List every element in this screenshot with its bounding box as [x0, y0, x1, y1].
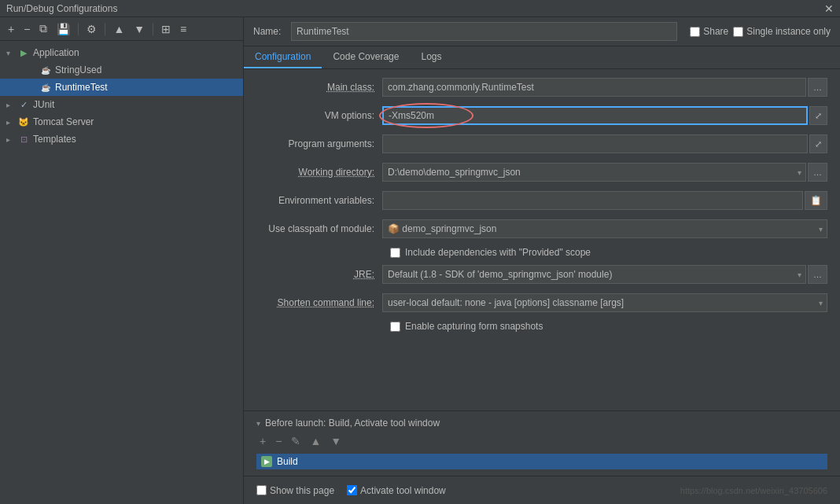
sidebar-item-tomcat[interactable]: ▸ 🐱 Tomcat Server: [0, 113, 243, 131]
before-launch-toolbar: + − ✎ ▲ ▼: [256, 433, 827, 449]
show-page-label: Show this page: [270, 485, 334, 496]
share-checkbox-label[interactable]: Share: [690, 26, 728, 37]
app-icon: ▶: [17, 46, 30, 59]
save-config-button[interactable]: 💾: [53, 21, 73, 37]
sidebar-item-label: Application: [33, 47, 79, 58]
jre-group: Default (1.8 - SDK of 'demo_springmvc_js…: [382, 265, 827, 284]
tab-configuration[interactable]: Configuration: [244, 46, 322, 68]
single-instance-checkbox[interactable]: [733, 27, 743, 37]
shorten-cmd-label: Shorten command line:: [256, 297, 382, 308]
show-page-checkbox[interactable]: [256, 485, 267, 495]
bl-remove-button[interactable]: −: [272, 433, 285, 449]
bottom-checks: Show this page Activate tool window: [256, 485, 446, 496]
build-label: Build: [277, 456, 298, 467]
class-icon: ☕: [39, 64, 52, 76]
sidebar-item-application[interactable]: ▾ ▶ Application: [0, 44, 243, 61]
config-content: Main class: … VM options: ⤢ Program argu…: [244, 69, 840, 410]
shorten-cmd-row: Shorten command line: user-local default…: [256, 292, 827, 313]
working-dir-select[interactable]: D:\demo\demo_springmvc_json: [382, 163, 806, 182]
working-dir-row: Working directory: D:\demo\demo_springmv…: [256, 162, 827, 182]
move-up-button[interactable]: ▲: [110, 21, 127, 37]
program-args-expand-button[interactable]: ⤢: [809, 134, 827, 153]
env-vars-group: 📋: [382, 191, 827, 210]
vm-options-row: VM options: ⤢: [256, 105, 827, 126]
env-vars-input[interactable]: [382, 191, 803, 210]
share-checkbox[interactable]: [690, 27, 700, 37]
bottom-bar: Show this page Activate tool window http…: [244, 476, 840, 504]
move-down-button[interactable]: ▼: [131, 21, 148, 37]
vm-options-expand-button[interactable]: ⤢: [809, 106, 827, 125]
title-bar: Run/Debug Configurations ✕: [0, 0, 840, 17]
program-args-row: Program arguments: ⤢: [256, 134, 827, 154]
classpath-select[interactable]: 📦 demo_springmvc_json: [382, 219, 827, 238]
classpath-row: Use classpath of module: 📦 demo_springmv…: [256, 219, 827, 239]
collapse-icon[interactable]: ▾: [256, 419, 260, 428]
bl-edit-button[interactable]: ✎: [288, 433, 304, 449]
main-class-row: Main class: …: [256, 77, 827, 97]
activate-tool-window-checkbox[interactable]: [347, 485, 357, 495]
bl-add-button[interactable]: +: [256, 433, 269, 449]
sidebar-item-stringused[interactable]: ☕ StringUsed: [0, 61, 243, 79]
menu-button[interactable]: ≡: [177, 21, 190, 37]
activate-tool-window-checkbox-label[interactable]: Activate tool window: [347, 485, 446, 496]
vm-options-label: VM options:: [256, 110, 382, 121]
sidebar-item-label: JUnit: [33, 99, 54, 110]
sidebar-toolbar: + − ⧉ 💾 ⚙ ▲ ▼ ⊞ ≡: [0, 17, 243, 41]
tab-code-coverage[interactable]: Code Coverage: [322, 46, 410, 68]
settings-config-button[interactable]: ⚙: [83, 21, 100, 37]
main-class-label: Main class:: [256, 82, 382, 93]
enable-capturing-checkbox[interactable]: [390, 322, 400, 332]
template-icon: ⊡: [17, 133, 30, 145]
remove-config-button[interactable]: −: [20, 21, 33, 37]
env-vars-browse-button[interactable]: 📋: [805, 191, 827, 210]
tab-logs[interactable]: Logs: [410, 46, 452, 68]
close-icon[interactable]: ✕: [824, 2, 834, 15]
working-dir-label: Working directory:: [256, 167, 382, 178]
copy-config-button[interactable]: ⧉: [36, 20, 50, 37]
tree-container: ▾ ▶ Application ☕ StringUsed ☕ RuntimeTe…: [0, 41, 243, 504]
add-config-button[interactable]: +: [5, 21, 17, 37]
working-dir-browse-button[interactable]: …: [808, 163, 827, 182]
share-label: Share: [703, 26, 728, 37]
single-instance-label: Single instance only: [746, 26, 831, 37]
sidebar-item-label: Templates: [33, 134, 76, 145]
sidebar-item-label: Tomcat Server: [33, 116, 94, 127]
vm-options-input[interactable]: [382, 106, 808, 125]
classpath-label: Use classpath of module:: [256, 223, 382, 234]
build-item[interactable]: ▶ Build: [256, 454, 827, 469]
name-input[interactable]: [291, 22, 677, 41]
jre-browse-button[interactable]: …: [808, 265, 827, 284]
include-deps-row: Include dependencies with "Provided" sco…: [390, 247, 827, 258]
before-launch-section: ▾ Before launch: Build, Activate tool wi…: [244, 410, 840, 476]
expand-icon: ▾: [6, 49, 17, 57]
show-page-checkbox-label[interactable]: Show this page: [256, 485, 334, 496]
bl-up-button[interactable]: ▲: [307, 433, 324, 449]
expand-icon: ▸: [6, 101, 17, 109]
main-class-browse-button[interactable]: …: [808, 78, 827, 97]
include-deps-checkbox[interactable]: [390, 248, 400, 258]
sidebar-item-label: RuntimeTest: [55, 82, 108, 93]
jre-row: JRE: Default (1.8 - SDK of 'demo_springm…: [256, 264, 827, 285]
program-args-input[interactable]: [382, 134, 808, 153]
tabs-bar: Configuration Code Coverage Logs: [244, 46, 840, 69]
working-dir-group: D:\demo\demo_springmvc_json …: [382, 163, 827, 182]
shorten-cmd-select[interactable]: user-local default: none - java [options…: [382, 293, 827, 312]
sort-button[interactable]: ⊞: [158, 21, 174, 37]
sidebar-item-templates[interactable]: ▸ ⊡ Templates: [0, 131, 243, 148]
sidebar-item-junit[interactable]: ▸ ✓ JUnit: [0, 96, 243, 113]
sidebar-item-label: StringUsed: [55, 64, 101, 75]
tomcat-icon: 🐱: [17, 116, 30, 128]
name-bar: Name: Share Single instance only: [244, 17, 840, 46]
single-instance-checkbox-label[interactable]: Single instance only: [733, 26, 831, 37]
name-label: Name:: [253, 26, 285, 37]
right-panel: Name: Share Single instance only Configu…: [244, 17, 840, 504]
class-icon: ☕: [39, 81, 52, 94]
enable-capturing-row: Enable capturing form snapshots: [390, 321, 827, 332]
jre-select[interactable]: Default (1.8 - SDK of 'demo_springmvc_js…: [382, 265, 806, 284]
program-args-label: Program arguments:: [256, 138, 382, 149]
sidebar-item-runtimetest[interactable]: ☕ RuntimeTest: [0, 79, 243, 96]
bl-down-button[interactable]: ▼: [327, 433, 344, 449]
main-class-input[interactable]: [382, 78, 806, 97]
program-args-group: ⤢: [382, 134, 827, 153]
activate-tool-window-label: Activate tool window: [360, 485, 446, 496]
